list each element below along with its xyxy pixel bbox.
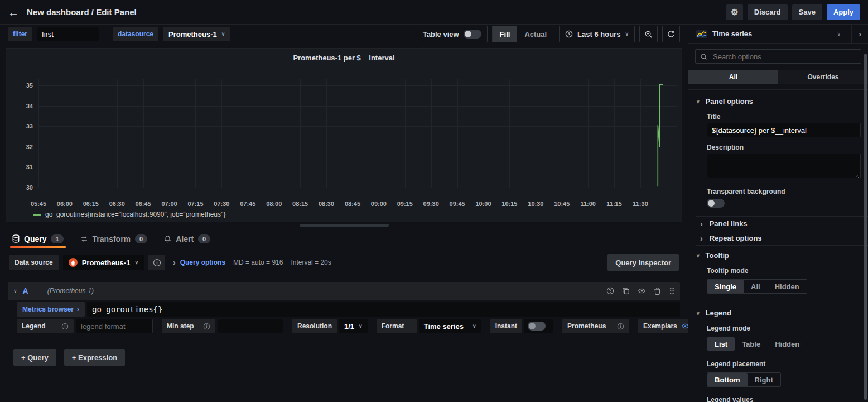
tab-all-options[interactable]: All: [688, 70, 778, 84]
info-circle-icon[interactable]: [617, 323, 624, 330]
format-select[interactable]: Time series ∨: [419, 319, 481, 333]
add-expression-button[interactable]: + Expression: [64, 349, 125, 366]
legend-table-option[interactable]: Table: [735, 337, 768, 351]
collapse-chevron-icon[interactable]: ∨: [13, 288, 17, 294]
panel-options-heading: Panel options: [706, 97, 753, 106]
gridline-vertical: [248, 79, 248, 188]
y-axis-label: 30: [13, 184, 33, 191]
fill-option[interactable]: Fill: [493, 26, 518, 42]
tooltip-single-option[interactable]: Single: [707, 280, 744, 293]
y-axis-label: 31: [13, 164, 33, 170]
resolution-label: Resolution: [297, 322, 332, 330]
legend-bottom-option[interactable]: Bottom: [707, 373, 748, 386]
time-range-picker[interactable]: Last 6 hours ∨: [559, 26, 635, 42]
panel-description-textarea[interactable]: [707, 154, 861, 178]
time-range-value: Last 6 hours: [577, 30, 620, 39]
gridline-vertical: [353, 79, 353, 188]
duplicate-query-icon[interactable]: [622, 287, 630, 295]
y-axis-label: 34: [13, 103, 33, 109]
gridline-vertical: [170, 79, 170, 188]
drag-handle-dots-icon[interactable]: [669, 287, 674, 295]
x-axis-label: 10:15: [501, 200, 517, 207]
apply-button[interactable]: Apply: [827, 4, 860, 20]
delete-query-trash-icon[interactable]: [654, 287, 661, 295]
datasource-picker-value: Prometheus-1: [82, 259, 131, 267]
legend-format-input[interactable]: [76, 319, 153, 333]
tab-overrides[interactable]: Overrides: [778, 70, 868, 84]
transparent-background-toggle[interactable]: [707, 199, 725, 208]
collapse-pane-button[interactable]: ›: [851, 25, 868, 44]
options-search[interactable]: [695, 49, 861, 64]
gridline-vertical: [484, 79, 484, 188]
options-search-input[interactable]: [712, 52, 856, 61]
promql-expression-input[interactable]: [87, 302, 680, 317]
add-query-button[interactable]: + Query: [13, 349, 56, 366]
min-step-input[interactable]: [218, 319, 283, 333]
datasource-picker[interactable]: Prometheus-1 ∨: [63, 255, 144, 270]
repeat-options-section[interactable]: › Repeat options: [696, 231, 868, 245]
datasource-help-button[interactable]: [148, 255, 165, 270]
query-inspector-button[interactable]: Query inspector: [607, 254, 679, 271]
legend-right-option[interactable]: Right: [748, 373, 780, 386]
tooltip-heading: Tooltip: [706, 251, 729, 260]
query-options-row: Legend Min step Resolution: [8, 319, 680, 333]
resolution-select[interactable]: 1/1 ∨: [339, 319, 368, 333]
prometheus-icon: [69, 258, 78, 267]
panel-title-input[interactable]: [707, 123, 861, 137]
refresh-button[interactable]: [662, 26, 680, 42]
panel-settings-button[interactable]: ⚙: [726, 4, 742, 20]
query-row-header[interactable]: ∨ A (Prometheus-1): [8, 282, 680, 300]
tab-transform[interactable]: Transform 0: [80, 229, 148, 248]
chevron-down-icon: ∨: [696, 253, 700, 259]
x-axis-label: 06:45: [136, 200, 151, 207]
x-axis-label: 08:15: [292, 200, 308, 207]
resize-drag-handle[interactable]: [300, 224, 389, 227]
disable-query-eye-icon[interactable]: [638, 287, 646, 295]
discard-button[interactable]: Discard: [748, 4, 788, 20]
legend-hidden-option[interactable]: Hidden: [768, 337, 807, 351]
tab-query-label: Query: [24, 234, 46, 243]
legend-list-option[interactable]: List: [707, 337, 735, 351]
table-view-toggle[interactable]: [464, 30, 481, 39]
y-axis-label: 33: [13, 123, 33, 130]
tab-alert[interactable]: Alert 0: [164, 229, 210, 248]
back-arrow-icon[interactable]: ←: [8, 7, 19, 18]
tooltip-hidden-option[interactable]: Hidden: [768, 280, 807, 293]
title-field-label: Title: [707, 113, 860, 121]
description-field-label: Description: [707, 143, 860, 151]
info-circle-icon[interactable]: [203, 323, 210, 330]
legend-placement-label: Legend placement: [707, 360, 860, 368]
legend-section-header[interactable]: ∨ Legend: [688, 303, 868, 318]
legend-option-label: Legend: [22, 322, 46, 330]
tab-alert-label: Alert: [176, 234, 194, 243]
panel-links-heading: Panel links: [710, 219, 748, 228]
tooltip-all-option[interactable]: All: [744, 280, 768, 293]
tooltip-section-header[interactable]: ∨ Tooltip: [688, 246, 868, 261]
chevron-down-icon: ∨: [221, 31, 225, 37]
filter-variable-input[interactable]: [37, 27, 99, 41]
save-button[interactable]: Save: [792, 4, 822, 20]
x-axis-label: 06:00: [57, 200, 73, 207]
datasource-variable-select[interactable]: Prometheus-1 ∨: [163, 27, 230, 41]
chevron-right-icon: ›: [700, 234, 703, 243]
query-options-link[interactable]: Query options: [180, 259, 225, 266]
info-circle-icon[interactable]: [61, 323, 69, 330]
sidebar-scrollbar[interactable]: [864, 54, 867, 400]
min-step-label: Min step: [167, 322, 194, 330]
actual-option[interactable]: Actual: [517, 26, 554, 42]
metrics-browser-button[interactable]: Metrics browser ›: [17, 302, 85, 317]
resolution-chip: Resolution: [292, 319, 337, 333]
visualization-picker[interactable]: Time series ∨ ›: [688, 25, 868, 44]
series-legend[interactable]: go_goroutines{instance="localhost:9090",…: [33, 210, 225, 218]
chevron-right-icon[interactable]: ›: [173, 258, 176, 267]
panel-links-section[interactable]: › Panel links: [696, 216, 868, 231]
chevron-right-icon: ›: [700, 219, 703, 228]
gridline-vertical: [379, 79, 379, 188]
panel-options-section-header[interactable]: ∨ Panel options: [688, 90, 868, 107]
time-series-plot[interactable]: 05:4506:0006:1506:3006:4507:0007:1507:30…: [6, 49, 682, 222]
query-help-icon[interactable]: [606, 287, 614, 295]
instant-toggle[interactable]: [528, 322, 546, 331]
x-axis-label: 08:30: [319, 200, 334, 207]
tab-query[interactable]: Query 1: [12, 229, 64, 248]
zoom-out-button[interactable]: [639, 26, 658, 42]
